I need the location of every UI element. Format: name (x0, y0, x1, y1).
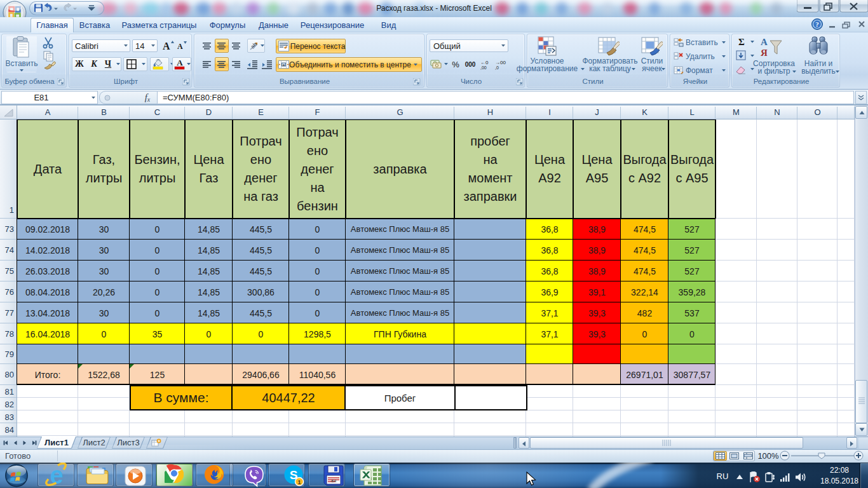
svg-text:А: А (761, 37, 768, 47)
svg-text:Я: Я (761, 48, 768, 58)
svg-text:-Б4:: -Б4: (330, 479, 337, 483)
svg-text:A: A (177, 58, 183, 67)
svg-text:ab: ab (249, 41, 258, 50)
svg-text:A: A (163, 41, 170, 51)
svg-text:,0: ,0 (495, 65, 499, 70)
svg-text:?: ? (815, 20, 819, 28)
svg-text:,00: ,00 (480, 65, 487, 70)
svg-text:→00: →00 (495, 60, 506, 65)
svg-text:A: A (177, 42, 183, 51)
svg-text:1: 1 (297, 479, 301, 485)
svg-text:←0: ←0 (480, 60, 489, 65)
